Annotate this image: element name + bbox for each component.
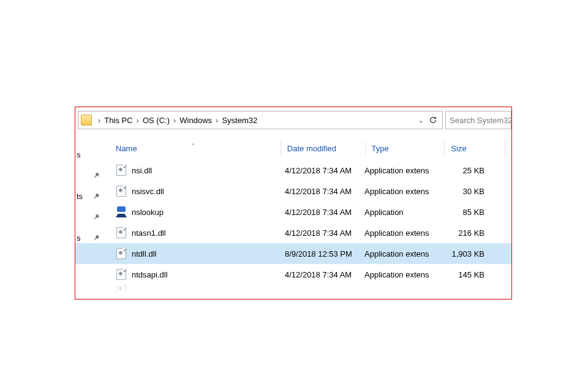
dll-file-icon (116, 227, 126, 238)
file-date: 8/9/2018 12:53 PM (285, 249, 364, 258)
dll-file-icon (116, 269, 126, 280)
file-size: 216 KB (439, 228, 489, 238)
file-type: Application extens (364, 228, 439, 238)
file-date: 4/12/2018 7:34 AM (285, 228, 364, 238)
dll-file-icon (116, 186, 126, 197)
nav-fragment-text: ts (77, 192, 84, 201)
column-header-type[interactable]: Type (372, 144, 445, 153)
file-row[interactable]: ntasn1.dll4/12/2018 7:34 AMApplication e… (75, 222, 511, 243)
file-row[interactable]: ntdsapi.dll4/12/2018 7:34 AMApplication … (75, 264, 511, 285)
file-list: nsi.dll4/12/2018 7:34 AMApplication exte… (75, 160, 511, 293)
column-header-date[interactable]: Date modified (287, 144, 365, 153)
nav-fragment-text: s (77, 233, 84, 243)
file-name: nsi.dll (132, 166, 152, 175)
file-name: nsisvc.dll (132, 187, 164, 196)
file-date: 4/12/2018 7:34 AM (285, 208, 364, 217)
file-name: ntdll.dll (132, 249, 156, 258)
file-row[interactable]: nsisvc.dll4/12/2018 7:34 AMApplication e… (75, 181, 511, 202)
file-date: 4/12/2018 7:34 AM (285, 166, 364, 175)
pin-icon[interactable] (92, 234, 100, 241)
dll-file-icon (116, 165, 126, 176)
column-divider (444, 141, 445, 155)
file-size: 1,903 KB (439, 249, 489, 258)
breadcrumb-separator-icon: › (96, 116, 103, 125)
column-header-name[interactable]: Name ˄ (75, 144, 281, 153)
folder-icon (81, 115, 92, 126)
file-name: ntasn1.dll (132, 228, 166, 238)
file-row[interactable]: nslookup4/12/2018 7:34 AMApplication85 K… (75, 202, 511, 222)
breadcrumb-separator-icon: › (134, 116, 141, 125)
breadcrumb-item[interactable]: OS (C:) (141, 116, 171, 125)
address-row: › This PC › OS (C:) › Windows › System32… (75, 107, 511, 129)
file-date: 4/12/2018 7:34 AM (285, 187, 364, 196)
breadcrumb-item[interactable]: System32 (221, 116, 258, 125)
file-type: Application extens (364, 187, 439, 196)
file-size: 25 KB (439, 166, 489, 175)
file-type: Application extens (364, 270, 439, 279)
terminal-app-icon (116, 206, 127, 217)
file-size: 30 KB (439, 187, 489, 196)
file-type: Application extens (364, 166, 439, 175)
file-type: Application (364, 208, 439, 217)
address-bar[interactable]: › This PC › OS (C:) › Windows › System32… (78, 111, 443, 129)
dll-file-icon (116, 285, 126, 293)
breadcrumb-item[interactable]: Windows (178, 116, 213, 125)
file-type: Application extens (364, 249, 439, 258)
file-row[interactable]: ntdll.dll8/9/2018 12:53 PMApplication ex… (75, 243, 511, 264)
refresh-icon[interactable] (426, 114, 440, 126)
breadcrumb-separator-icon: › (171, 116, 178, 125)
column-header-size[interactable]: Size (451, 144, 505, 153)
nav-fragment: s ts s (75, 144, 106, 248)
pin-icon[interactable] (92, 192, 100, 200)
file-name: ntdsapi.dll (132, 270, 168, 279)
column-divider (365, 141, 366, 155)
sort-ascending-icon: ˄ (192, 143, 195, 149)
file-date: 4/12/2018 7:34 AM (285, 270, 364, 279)
pin-icon[interactable] (92, 172, 100, 179)
breadcrumb-item[interactable]: This PC (103, 116, 134, 125)
file-size: 145 KB (439, 270, 489, 279)
file-name: nslookup (132, 208, 164, 217)
file-row[interactable]: nsi.dll4/12/2018 7:34 AMApplication exte… (75, 160, 511, 181)
search-input[interactable]: Search System32 (445, 111, 511, 129)
search-placeholder: Search System32 (450, 116, 511, 125)
file-row-partial (75, 285, 511, 293)
dll-file-icon (116, 248, 126, 259)
address-dropdown-icon[interactable]: ⌄ (416, 117, 426, 124)
column-divider (281, 141, 281, 155)
column-header-label: Name (116, 144, 137, 153)
breadcrumb-separator-icon: › (213, 116, 221, 125)
explorer-window: › This PC › OS (C:) › Windows › System32… (75, 107, 512, 300)
pin-icon[interactable] (92, 213, 100, 221)
column-headers: Name ˄ Date modified Type Size (75, 138, 511, 159)
file-size: 85 KB (439, 208, 489, 217)
column-divider (505, 141, 505, 155)
